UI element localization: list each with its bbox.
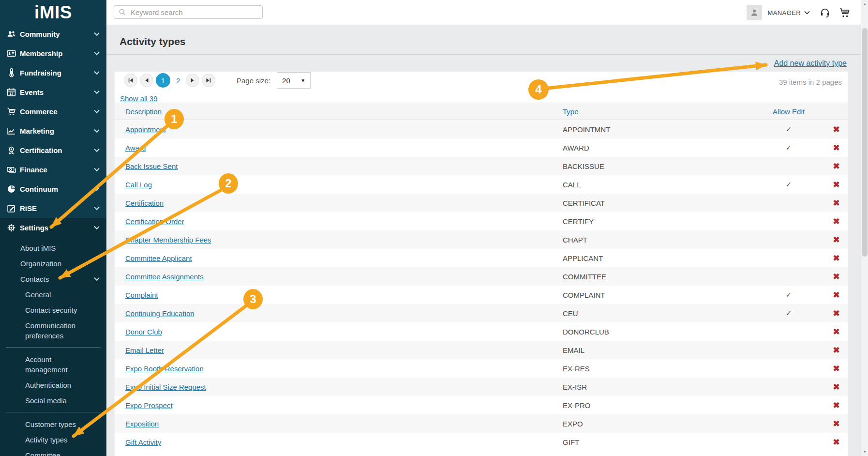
sort-description-link[interactable]: Description <box>125 107 162 116</box>
activity-description-link[interactable]: Back Issue Sent <box>125 162 178 170</box>
sidebar-item[interactable]: Finance <box>0 160 106 179</box>
activity-description-link[interactable]: Exposition <box>125 420 159 428</box>
delete-icon[interactable]: ✖ <box>833 180 839 189</box>
sidebar-item[interactable]: Marketing <box>0 121 106 140</box>
sort-allow-edit-link[interactable]: Allow Edit <box>773 107 805 116</box>
activity-description-link[interactable]: Expo Initial Size Request <box>125 383 206 391</box>
activity-description-link[interactable]: Expo Booth Reservation <box>125 365 204 373</box>
vertical-scrollbar: ▲ ▼ <box>861 0 868 456</box>
pagination: 1 2 <box>124 73 215 88</box>
delete-icon[interactable]: ✖ <box>833 419 839 428</box>
delete-icon[interactable]: ✖ <box>833 382 839 392</box>
calendar-icon: 17 <box>7 88 16 97</box>
content-panel: 1 2 Page size: 20 ▼ 39 items in 2 pages … <box>115 72 848 456</box>
settings-section: Settings About iMIS Organization Contact… <box>0 218 106 456</box>
search-input[interactable] <box>130 8 258 17</box>
pager-prev-button[interactable] <box>140 74 153 87</box>
activity-description-link[interactable]: Gift Activity <box>125 438 161 446</box>
table-row: Continuing Education CEU ✓ ✖ <box>115 304 848 322</box>
pager-current-page[interactable]: 1 <box>156 73 170 88</box>
delete-icon[interactable]: ✖ <box>833 364 839 373</box>
sort-type-link[interactable]: Type <box>563 107 579 116</box>
activity-description-link[interactable]: Certification Order <box>125 217 184 226</box>
table-row: Appointment APPOINTMNT ✓ ✖ <box>115 120 848 138</box>
delete-icon[interactable]: ✖ <box>833 254 839 263</box>
settings-subnav-item[interactable] <box>6 412 101 412</box>
activity-description-link[interactable]: Email Letter <box>125 346 164 354</box>
activity-description-link[interactable]: Donor Club <box>125 328 162 336</box>
settings-subnav-item[interactable]: Communication preferences <box>0 318 106 343</box>
settings-subnav-item[interactable]: Social media <box>0 393 106 408</box>
activity-description-link[interactable]: Expo Prospect <box>125 401 173 410</box>
sidebar-item[interactable]: 17 Events <box>0 82 106 102</box>
settings-subnav-item[interactable] <box>6 347 101 348</box>
activity-description-link[interactable]: Continuing Education <box>125 309 195 318</box>
imis-logo: iMIS <box>0 0 106 24</box>
allow-edit-check-icon: ✓ <box>752 125 825 134</box>
delete-icon[interactable]: ✖ <box>833 346 839 355</box>
page-size-select[interactable]: 20 ▼ <box>277 72 311 89</box>
sidebar-item-settings[interactable]: Settings <box>0 218 106 237</box>
chevron-down-icon[interactable] <box>804 11 810 15</box>
delete-icon[interactable]: ✖ <box>833 290 839 300</box>
settings-subnav-item[interactable]: Contacts <box>0 271 106 287</box>
pager-last-button[interactable] <box>202 74 215 87</box>
delete-icon[interactable]: ✖ <box>833 235 839 244</box>
sidebar-item[interactable]: Community <box>0 24 106 44</box>
settings-subnav-item[interactable]: Customer types <box>0 416 106 432</box>
settings-subnav-item[interactable]: Committee <box>0 447 106 456</box>
scrollbar-thumb[interactable] <box>862 28 868 257</box>
settings-subnav-item[interactable]: Authentication <box>0 377 106 393</box>
sidebar-item[interactable]: Certification <box>0 140 106 160</box>
scroll-down-icon[interactable]: ▼ <box>861 450 868 454</box>
pager-next-button[interactable] <box>186 74 199 87</box>
sidebar-item[interactable]: Continuum <box>0 179 106 198</box>
sidebar: iMIS Community Membership Fundraising 1 <box>0 0 106 456</box>
cart-icon[interactable] <box>839 7 850 18</box>
pager-first-button[interactable] <box>124 74 137 87</box>
activity-type-code: CERTIFICAT <box>563 199 752 207</box>
sidebar-item[interactable]: Fundraising <box>0 63 106 82</box>
headset-icon[interactable] <box>820 7 830 18</box>
delete-icon[interactable]: ✖ <box>833 438 839 447</box>
delete-icon[interactable]: ✖ <box>833 198 839 208</box>
settings-subnav-item[interactable]: Account management <box>0 351 106 377</box>
delete-icon[interactable]: ✖ <box>833 217 839 226</box>
settings-subnav-item[interactable]: General <box>0 287 106 302</box>
user-menu[interactable]: MANAGER <box>767 9 801 16</box>
sidebar-item[interactable]: Membership <box>0 44 106 63</box>
activity-description-link[interactable]: Certification <box>125 199 164 207</box>
delete-icon[interactable]: ✖ <box>833 272 839 281</box>
activity-type-code: AWARD <box>563 144 752 152</box>
avatar[interactable] <box>747 5 762 20</box>
activity-description-link[interactable]: Appointment <box>125 125 166 134</box>
activity-type-code: COMPLAINT <box>563 291 752 299</box>
activity-description-link[interactable]: Complaint <box>125 291 158 299</box>
scroll-up-icon[interactable]: ▲ <box>861 2 868 6</box>
delete-icon[interactable]: ✖ <box>833 125 839 134</box>
sidebar-item[interactable]: RiSE <box>0 198 106 218</box>
settings-subnav-item[interactable]: About iMIS <box>0 240 106 256</box>
chevron-down-icon <box>94 89 99 94</box>
activity-description-link[interactable]: Committee Applicant <box>125 254 192 262</box>
activity-description-link[interactable]: Award <box>125 144 146 152</box>
pager-page-2[interactable]: 2 <box>173 76 183 85</box>
delete-icon[interactable]: ✖ <box>833 162 839 171</box>
table-body: Appointment APPOINTMNT ✓ ✖ Award AWARD ✓… <box>115 120 848 451</box>
activity-type-code: APPLICANT <box>563 254 752 262</box>
table-row: Expo Prospect EX-PRO ✓ ✖ <box>115 396 848 414</box>
add-new-activity-type-link[interactable]: Add new activity type <box>774 59 847 68</box>
delete-icon[interactable]: ✖ <box>833 143 839 152</box>
delete-icon[interactable]: ✖ <box>833 309 839 318</box>
activity-description-link[interactable]: Committee Assignments <box>125 273 204 281</box>
delete-icon[interactable]: ✖ <box>833 401 839 410</box>
money-icon <box>7 165 16 174</box>
delete-icon[interactable]: ✖ <box>833 327 839 336</box>
activity-description-link[interactable]: Chapter Membership Fees <box>125 236 211 244</box>
settings-subnav-item[interactable]: Contact security <box>0 302 106 318</box>
activity-description-link[interactable]: Call Log <box>125 181 152 189</box>
sidebar-item[interactable]: Commerce <box>0 102 106 121</box>
show-all-link[interactable]: Show all 39 <box>120 94 158 103</box>
settings-subnav-item[interactable]: Activity types <box>0 432 106 447</box>
settings-subnav-item[interactable]: Organization <box>0 256 106 271</box>
